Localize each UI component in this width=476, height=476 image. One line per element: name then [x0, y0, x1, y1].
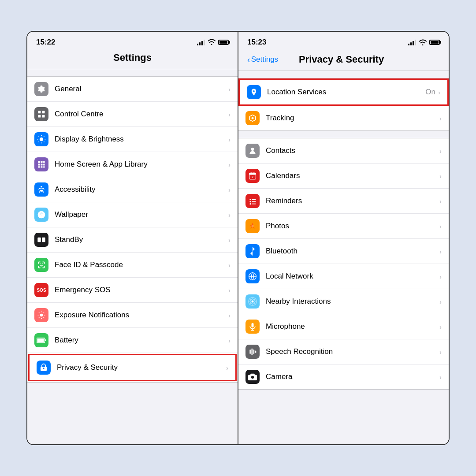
- settings-row-standby[interactable]: StandBy ›: [27, 227, 238, 253]
- standby-label: StandBy: [55, 235, 228, 244]
- settings-row-wallpaper[interactable]: Wallpaper ›: [27, 202, 238, 227]
- right-row-camera[interactable]: Camera ›: [238, 364, 449, 389]
- local-network-label: Local Network: [266, 272, 439, 281]
- svg-rect-34: [252, 199, 256, 200]
- svg-rect-7: [41, 161, 42, 163]
- emergency-icon: SOS: [34, 283, 48, 297]
- privacy-label: Privacy & Security: [57, 363, 226, 372]
- battery-settings-icon: [34, 333, 48, 347]
- left-status-icons: [197, 39, 229, 46]
- back-arrow-icon: ‹: [247, 55, 250, 64]
- right-settings-list: Location Services On › Tracking ›: [238, 71, 449, 444]
- microphone-icon: [245, 320, 260, 334]
- photos-label: Photos: [266, 222, 439, 231]
- back-button[interactable]: ‹ Settings: [247, 55, 278, 64]
- home-screen-icon: [34, 157, 48, 171]
- reminders-label: Reminders: [266, 197, 439, 205]
- right-section-top: Location Services On › Tracking ›: [238, 78, 449, 131]
- location-label: Location Services: [267, 88, 425, 97]
- exposure-icon: [34, 308, 48, 322]
- svg-point-20: [40, 314, 43, 317]
- microphone-label: Microphone: [266, 322, 439, 331]
- left-status-bar: 15:22: [27, 32, 238, 50]
- phone-container: 15:22 Settings: [26, 31, 450, 445]
- battery-label: Battery: [55, 336, 228, 345]
- svg-rect-6: [38, 161, 40, 163]
- settings-row-display[interactable]: Display & Brightness ›: [27, 127, 238, 152]
- settings-row-home-screen[interactable]: Home Screen & App Library ›: [27, 152, 238, 177]
- right-row-location[interactable]: Location Services On ›: [238, 78, 449, 106]
- settings-row-exposure[interactable]: Exposure Notifications ›: [27, 303, 238, 328]
- battery-icon: [218, 40, 229, 45]
- svg-rect-12: [38, 166, 40, 167]
- settings-row-general[interactable]: General ›: [27, 77, 238, 102]
- photos-icon: [245, 219, 260, 233]
- nearby-chevron: ›: [439, 298, 442, 305]
- face-id-chevron: ›: [228, 261, 231, 269]
- svg-rect-13: [41, 166, 42, 167]
- right-row-microphone[interactable]: Microphone ›: [238, 314, 449, 339]
- right-row-speech[interactable]: Speech Recognition ›: [238, 339, 449, 364]
- svg-point-40: [252, 301, 254, 303]
- left-time: 15:22: [36, 38, 55, 47]
- right-row-tracking[interactable]: Tracking ›: [238, 106, 449, 130]
- settings-row-accessibility[interactable]: Accessibility ›: [27, 177, 238, 202]
- settings-row-privacy[interactable]: Privacy & Security ›: [28, 354, 237, 381]
- svg-rect-46: [253, 350, 255, 354]
- bluetooth-icon: [245, 244, 260, 258]
- left-settings-list: General › Control Centre › Display: [27, 69, 238, 444]
- svg-rect-35: [252, 201, 256, 202]
- svg-point-32: [249, 201, 251, 202]
- display-label: Display & Brightness: [55, 135, 228, 144]
- exposure-chevron: ›: [228, 312, 231, 319]
- settings-row-face-id[interactable]: Face ID & Passcode ›: [27, 253, 238, 278]
- speech-icon: [245, 345, 260, 359]
- exposure-label: Exposure Notifications: [55, 311, 228, 320]
- settings-row-emergency[interactable]: SOS Emergency SOS ›: [27, 278, 238, 303]
- svg-rect-14: [43, 166, 45, 167]
- svg-point-24: [252, 117, 254, 119]
- calendars-label: Calendars: [266, 171, 439, 180]
- right-row-bluetooth[interactable]: Bluetooth ›: [238, 239, 449, 264]
- speech-label: Speech Recognition: [266, 347, 439, 356]
- right-row-contacts[interactable]: Contacts ›: [238, 138, 449, 164]
- location-chevron: ›: [438, 89, 440, 96]
- location-value: On: [425, 88, 435, 97]
- signal-icon: [197, 39, 205, 45]
- svg-rect-19: [42, 238, 45, 242]
- privacy-icon: [37, 361, 51, 375]
- svg-rect-4: [42, 115, 45, 118]
- right-nav-row: ‹ Settings Privacy & Security: [247, 52, 440, 65]
- face-id-icon: [34, 258, 48, 272]
- emergency-chevron: ›: [228, 286, 231, 294]
- svg-rect-27: [249, 173, 256, 175]
- nearby-icon: [245, 294, 260, 309]
- right-section-permissions: Contacts › 7 Calendars › Reminders: [238, 138, 449, 390]
- nearby-label: Nearby Interactions: [266, 297, 439, 306]
- right-row-nearby[interactable]: Nearby Interactions ›: [238, 289, 449, 314]
- accessibility-chevron: ›: [228, 186, 231, 193]
- right-row-local-network[interactable]: Local Network ›: [238, 264, 449, 289]
- battery-chevron: ›: [228, 337, 231, 344]
- settings-row-battery[interactable]: Battery ›: [27, 328, 238, 353]
- wallpaper-icon: [34, 208, 48, 222]
- general-label: General: [55, 85, 228, 93]
- svg-rect-2: [42, 111, 45, 114]
- svg-rect-44: [249, 350, 251, 354]
- wifi-icon: [208, 39, 216, 46]
- contacts-icon: [245, 144, 260, 158]
- svg-rect-23: [45, 339, 46, 341]
- right-wifi-icon: [419, 39, 427, 45]
- wallpaper-chevron: ›: [228, 211, 231, 219]
- svg-point-48: [251, 376, 254, 379]
- camera-label: Camera: [266, 372, 439, 381]
- bluetooth-label: Bluetooth: [266, 247, 439, 256]
- right-row-calendars[interactable]: 7 Calendars ›: [238, 164, 449, 189]
- display-icon: [34, 132, 48, 146]
- right-row-photos[interactable]: Photos ›: [238, 214, 449, 239]
- contacts-label: Contacts: [266, 146, 439, 155]
- wallpaper-label: Wallpaper: [55, 210, 228, 219]
- settings-row-control-centre[interactable]: Control Centre ›: [27, 102, 238, 127]
- right-row-reminders[interactable]: Reminders ›: [238, 189, 449, 214]
- reminders-chevron: ›: [439, 197, 442, 205]
